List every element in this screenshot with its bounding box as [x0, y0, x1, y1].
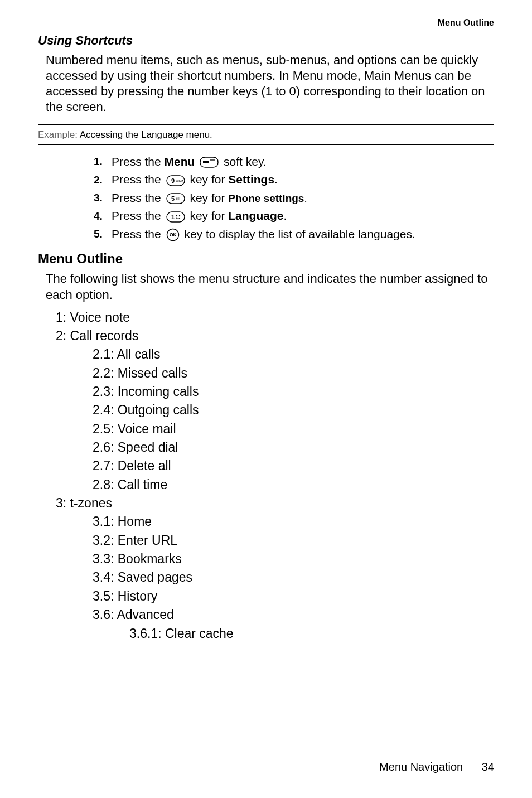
step-post: soft key.: [224, 155, 267, 168]
step-pre: Press the: [112, 173, 165, 186]
menu-item: 2.5: Voice mail: [93, 420, 494, 438]
step-bold: Phone settings: [228, 192, 304, 204]
step-text: Press the Menu soft key.: [112, 153, 267, 171]
menu-item: 2.6: Speed dial: [93, 438, 494, 457]
page-footer: Menu Navigation 34: [379, 761, 494, 773]
step-pre: Press the: [112, 191, 165, 204]
step-3: 3. Press the 5 jkl key for Phone setting…: [94, 189, 494, 207]
menu-item: 3.6.1: Clear cache: [129, 625, 494, 643]
step-pre: Press the: [112, 228, 165, 240]
example-box: Example: Accessing the Language menu.: [38, 124, 494, 145]
example-text: Accessing the Language menu.: [80, 129, 212, 140]
running-header: Menu Outline: [38, 18, 494, 28]
step-text: Press the OK key to display the list of …: [112, 225, 415, 244]
steps-list: 1. Press the Menu soft key. 2. Press the…: [94, 153, 494, 244]
menu-item: 2.1: All calls: [93, 345, 494, 364]
svg-rect-4: [167, 194, 185, 204]
menu-item: 3.6: Advanced: [93, 606, 494, 624]
menu-item: 2.4: Outgoing calls: [93, 401, 494, 419]
softkey-left-icon: [200, 157, 219, 168]
step-num: 3.: [94, 190, 112, 206]
step-bold: Menu: [165, 155, 195, 168]
example-label: Example:: [38, 129, 80, 140]
key-5-icon: 5 jkl: [166, 193, 185, 204]
menu-item: 3.5: History: [93, 587, 494, 606]
svg-text:wxyz: wxyz: [175, 179, 183, 182]
step-mid: key for: [187, 209, 229, 222]
step-2: 2. Press the 9 wxyz key for Settings.: [94, 171, 494, 189]
step-num: 1.: [94, 153, 112, 170]
step-mid: key for: [187, 173, 229, 186]
svg-point-10: [178, 215, 180, 216]
key-1-icon: 1: [166, 211, 185, 223]
ok-key-icon: OK: [166, 228, 180, 241]
step-num: 4.: [94, 208, 112, 224]
step-post: .: [304, 192, 307, 204]
section-title-menu-outline: Menu Outline: [38, 251, 494, 267]
key-9-icon: 9 wxyz: [166, 175, 185, 186]
step-text: Press the 5 jkl key for Phone settings.: [112, 189, 307, 207]
step-text: Press the 9 wxyz key for Settings.: [112, 171, 278, 189]
menu-item: 2.7: Delete all: [93, 457, 494, 475]
menu-item: 3.2: Enter URL: [93, 531, 494, 550]
step-mid: key for: [187, 191, 229, 204]
menu-item: 2.8: Call time: [93, 476, 494, 494]
step-bold: Language: [228, 209, 283, 222]
menu-item: 3.1: Home: [93, 512, 494, 531]
menu-item: 2: Call records: [56, 327, 494, 345]
footer-page-number: 34: [482, 761, 494, 773]
svg-text:jkl: jkl: [176, 197, 180, 200]
svg-text:9: 9: [171, 177, 175, 184]
menu-outline-list: 1: Voice note2: Call records2.1: All cal…: [38, 308, 494, 643]
step-post: .: [283, 209, 287, 222]
step-bold: Settings: [228, 173, 274, 186]
step-post: key to display the list of available lan…: [181, 228, 415, 240]
step-post: .: [274, 173, 278, 186]
step-4: 4. Press the 1 key for Language.: [94, 207, 494, 225]
step-num: 2.: [94, 172, 112, 188]
step-1: 1. Press the Menu soft key.: [94, 153, 494, 171]
step-5: 5. Press the OK key to display the list …: [94, 225, 494, 244]
section-body-menu-outline: The following list shows the menu struct…: [46, 271, 494, 302]
step-text: Press the 1 key for Language.: [112, 207, 287, 225]
svg-text:1: 1: [171, 214, 175, 220]
svg-point-9: [176, 215, 177, 216]
svg-text:OK: OK: [170, 232, 177, 238]
step-num: 5.: [94, 226, 112, 242]
menu-item: 3: t-zones: [56, 494, 494, 512]
menu-item: 2.2: Missed calls: [93, 364, 494, 383]
svg-text:5: 5: [171, 195, 175, 202]
section-body-shortcuts: Numbered menu items, such as menus, sub-…: [46, 52, 494, 115]
menu-item: 3.4: Saved pages: [93, 568, 494, 587]
svg-rect-0: [203, 161, 209, 163]
menu-item: 1: Voice note: [56, 308, 494, 327]
step-pre: Press the: [112, 209, 165, 222]
menu-item: 2.3: Incoming calls: [93, 383, 494, 401]
svg-rect-7: [167, 212, 185, 222]
section-title-shortcuts: Using Shortcuts: [38, 33, 494, 48]
menu-item: 3.3: Bookmarks: [93, 550, 494, 568]
step-pre: Press the: [112, 155, 165, 168]
footer-section: Menu Navigation: [379, 761, 463, 773]
